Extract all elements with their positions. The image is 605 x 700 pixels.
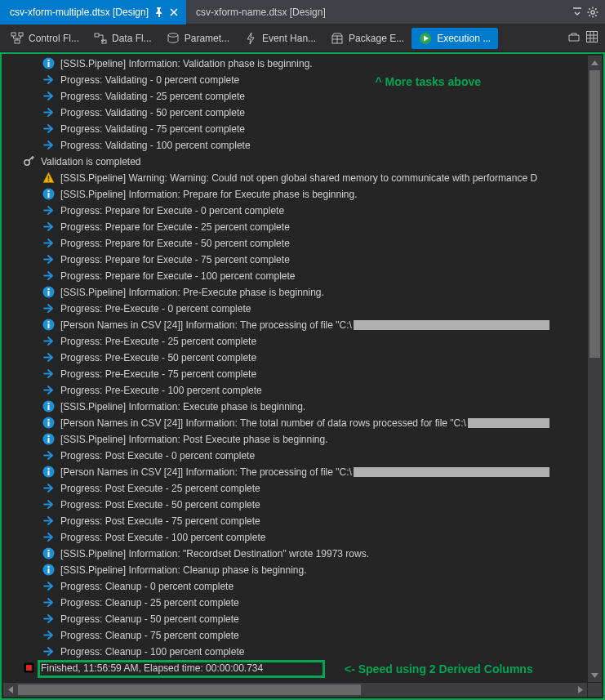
log-row[interactable]: Progress: Cleanup - 50 percent complete	[3, 611, 587, 627]
tab-event-handlers[interactable]: Event Han...	[237, 28, 323, 49]
log-row[interactable]: Progress: Cleanup - 0 percent complete	[3, 578, 587, 595]
log-row[interactable]: Progress: Post Execute - 50 percent comp…	[3, 497, 587, 513]
svg-line-8	[589, 15, 589, 16]
log-text: Progress: Prepare for Execute - 50 perce…	[60, 238, 290, 249]
log-row[interactable]: Progress: Prepare for Execute - 50 perce…	[3, 235, 587, 252]
log-text: Progress: Validating - 75 percent comple…	[60, 123, 245, 135]
log-row[interactable]: Progress: Validating - 100 percent compl…	[3, 137, 587, 154]
info-icon	[42, 319, 56, 332]
log-row[interactable]: [SSIS.Pipeline] Warning: Warning: Could …	[3, 170, 587, 186]
log-row[interactable]: [SSIS.Pipeline] Information: Prepare for…	[3, 186, 587, 203]
log-row[interactable]: Progress: Post Execute - 0 percent compl…	[3, 448, 587, 464]
log-row[interactable]: Progress: Validating - 50 percent comple…	[3, 105, 587, 121]
vertical-scroll-thumb[interactable]	[589, 70, 600, 358]
log-text: Progress: Pre-Execute - 0 percent comple…	[60, 303, 251, 314]
log-text: [Person Names in CSV [24]] Information: …	[60, 417, 466, 429]
log-row[interactable]: [SSIS.Pipeline] Information: "Recordset …	[3, 546, 587, 562]
active-files-dropdown-icon[interactable]	[572, 7, 582, 18]
log-row[interactable]: [SSIS.Pipeline] Information: Post Execut…	[3, 431, 587, 448]
horizontal-scrollbar[interactable]	[3, 683, 587, 697]
log-row[interactable]: Progress: Cleanup - 75 percent complete	[3, 627, 587, 644]
arrow-icon	[42, 580, 56, 593]
log-row[interactable]: Progress: Post Execute - 25 percent comp…	[3, 480, 587, 497]
log-text: Validation is completed	[41, 156, 141, 167]
log-row[interactable]: Progress: Prepare for Execute - 100 perc…	[3, 268, 587, 284]
toolbox-icon[interactable]	[567, 30, 581, 46]
log-row[interactable]: Validation is completed	[3, 154, 587, 170]
arrow-icon	[42, 629, 56, 642]
log-row[interactable]: Progress: Prepare for Execute - 25 perce…	[3, 219, 587, 235]
log-text: Progress: Validating - 25 percent comple…	[60, 91, 245, 102]
tab-package-explorer[interactable]: Package E...	[323, 28, 411, 49]
gear-icon[interactable]	[587, 7, 598, 18]
close-icon[interactable]	[170, 8, 178, 16]
tab-control-flow[interactable]: Control Fl...	[3, 28, 87, 49]
log-row[interactable]: Progress: Cleanup - 100 percent complete	[3, 644, 587, 660]
log-text: Progress: Pre-Execute - 100 percent comp…	[60, 385, 262, 396]
pin-icon[interactable]	[155, 7, 163, 17]
log-text: Progress: Post Execute - 50 percent comp…	[60, 499, 260, 511]
vertical-scrollbar[interactable]	[588, 56, 602, 682]
scroll-corner	[588, 683, 602, 697]
log-text: Progress: Validating - 50 percent comple…	[60, 107, 245, 118]
design-toolbar: Control Fl... Data Fl... Paramet... Even…	[0, 25, 605, 52]
scroll-left-button[interactable]	[3, 683, 17, 697]
arrow-icon	[42, 498, 56, 511]
svg-rect-11	[15, 40, 20, 43]
horizontal-scroll-thumb[interactable]	[18, 684, 361, 695]
log-row[interactable]: Progress: Validating - 0 percent complet…	[3, 72, 587, 88]
log-row[interactable]: [Person Names in CSV [24]] Information: …	[3, 317, 587, 333]
info-icon	[42, 547, 56, 560]
arrow-icon	[42, 645, 56, 658]
log-text: Progress: Post Execute - 0 percent compl…	[60, 450, 255, 461]
log-row[interactable]: Progress: Post Execute - 100 percent com…	[3, 529, 587, 546]
tab-label: Data Fl...	[112, 33, 152, 44]
scroll-down-button[interactable]	[588, 668, 602, 682]
log-text: [SSIS.Pipeline] Information: Pre-Execute…	[60, 287, 324, 298]
log-row[interactable]: Progress: Prepare for Execute - 0 percen…	[3, 203, 587, 219]
svg-rect-40	[48, 435, 50, 437]
scroll-up-button[interactable]	[588, 56, 602, 69]
info-icon	[42, 417, 56, 430]
arrow-icon	[42, 270, 56, 283]
log-row[interactable]: [Person Names in CSV [24]] Information: …	[3, 415, 587, 431]
log-row[interactable]: [SSIS.Pipeline] Information: Pre-Execute…	[3, 284, 587, 301]
log-row[interactable]: Progress: Pre-Execute - 50 percent compl…	[3, 350, 587, 366]
log-row[interactable]: Progress: Cleanup - 25 percent complete	[3, 595, 587, 611]
log-row[interactable]: [SSIS.Pipeline] Information: Cleanup pha…	[3, 562, 587, 578]
log-text: Progress: Pre-Execute - 50 percent compl…	[60, 352, 256, 363]
tab-execution-results[interactable]: Execution ...	[411, 28, 498, 49]
log-row[interactable]: Progress: Pre-Execute - 0 percent comple…	[3, 301, 587, 317]
log-row[interactable]: Progress: Validating - 75 percent comple…	[3, 121, 587, 137]
info-icon	[42, 564, 56, 577]
annotation-speed: <- Speed using 2 Derived Columns	[345, 662, 533, 675]
log-row[interactable]: Progress: Validating - 25 percent comple…	[3, 88, 587, 105]
log-text: Progress: Pre-Execute - 25 percent compl…	[60, 336, 256, 347]
tab-csv-xform-multiple[interactable]: csv-xform-multiple.dtsx [Design]	[0, 0, 186, 25]
tab-data-flow[interactable]: Data Fl...	[87, 28, 159, 49]
log-row[interactable]: [SSIS.Pipeline] Information: Execute pha…	[3, 399, 587, 415]
log-text: [SSIS.Pipeline] Warning: Warning: Could …	[60, 172, 537, 184]
arrow-icon	[42, 368, 56, 381]
parameters-icon	[167, 32, 180, 45]
log-row[interactable]: Progress: Pre-Execute - 100 percent comp…	[3, 382, 587, 399]
svg-rect-9	[11, 33, 16, 36]
log-text: Progress: Cleanup - 50 percent complete	[60, 613, 239, 625]
svg-rect-31	[48, 321, 50, 323]
log-tree[interactable]: [SSIS.Pipeline] Information: Validation …	[3, 56, 587, 682]
log-row[interactable]: [Person Names in CSV [24]] Information: …	[3, 464, 587, 480]
tab-parameters[interactable]: Paramet...	[159, 28, 237, 49]
log-text: Progress: Cleanup - 0 percent complete	[60, 581, 234, 592]
scroll-right-button[interactable]	[573, 683, 587, 697]
grid-icon[interactable]	[585, 30, 598, 46]
svg-rect-20	[48, 62, 50, 67]
log-row[interactable]: Progress: Post Execute - 75 percent comp…	[3, 513, 587, 529]
arrow-icon	[42, 449, 56, 462]
arrow-icon	[42, 123, 56, 136]
svg-rect-22	[48, 176, 50, 180]
log-row[interactable]: Progress: Prepare for Execute - 75 perce…	[3, 252, 587, 268]
log-row[interactable]: Progress: Pre-Execute - 75 percent compl…	[3, 366, 587, 382]
tab-csv-xform-name[interactable]: csv-xform-name.dtsx [Design]	[186, 0, 334, 25]
log-row[interactable]: Progress: Pre-Execute - 25 percent compl…	[3, 333, 587, 350]
log-row[interactable]: [SSIS.Pipeline] Information: Validation …	[3, 56, 587, 72]
